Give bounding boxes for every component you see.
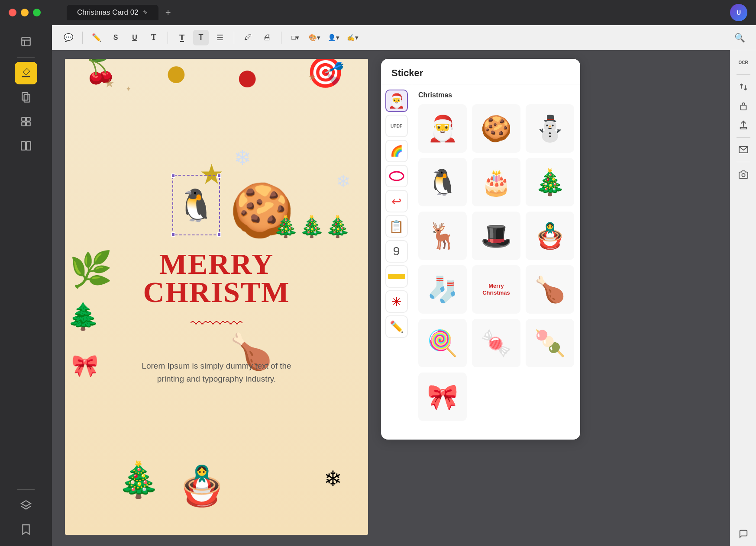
- sticker-cat-arrow[interactable]: ↩: [385, 190, 408, 212]
- shapes-button[interactable]: □▾: [288, 30, 303, 45]
- snowflake-1: ❄: [234, 145, 251, 170]
- user-button[interactable]: 👤▾: [326, 30, 341, 45]
- sticker-item-gingerbread[interactable]: 🍪: [472, 104, 520, 153]
- selected-sticker-image: 🐧: [173, 176, 219, 234]
- sticker-item-penguin[interactable]: 🐧: [418, 158, 467, 206]
- resize-handle-tr[interactable]: [217, 173, 221, 178]
- snapshot-button[interactable]: [735, 166, 752, 183]
- tab-title-text: Christmas Card 02: [77, 8, 139, 17]
- sticker-cat-oval[interactable]: [385, 165, 408, 187]
- ink-button[interactable]: 🖊: [240, 30, 256, 45]
- stamp-button[interactable]: 🖨: [259, 30, 275, 45]
- resize-handle-br[interactable]: [217, 232, 221, 237]
- svg-rect-5: [22, 117, 26, 121]
- color-button[interactable]: 🎨▾: [307, 30, 322, 45]
- convert-button[interactable]: [735, 78, 752, 96]
- pinecone-left: 🌲: [67, 301, 100, 332]
- text-box-button[interactable]: T̲: [174, 30, 190, 45]
- bow-left: 🎀: [71, 353, 98, 378]
- sticker-grid: 🎅 🍪 ⛄ 🐧 🎂 🎄 🦌 🎩 🪆 🧦 MerryChristmas 🍗: [418, 104, 574, 421]
- sticker-item-nutcracker[interactable]: 🪆: [526, 212, 574, 260]
- search-button[interactable]: 🔍: [732, 30, 747, 45]
- sticker-item-candy-red[interactable]: 🍭: [418, 319, 467, 367]
- sticker-section-title: Christmas: [418, 91, 574, 99]
- rs-divider-3: [737, 162, 750, 162]
- minimize-button[interactable]: [21, 9, 29, 16]
- user-avatar[interactable]: U: [730, 4, 747, 21]
- sidebar-item-template[interactable]: [15, 110, 37, 133]
- gold-ornament: ●: [165, 59, 188, 95]
- nutcracker-bottom: 🪆: [178, 463, 226, 509]
- plant-left: 🌿: [69, 249, 113, 290]
- sticker-item-turkey[interactable]: 🍗: [526, 265, 574, 314]
- sticker-cat-yellow[interactable]: [385, 265, 408, 288]
- sticker-item-snowman[interactable]: ⛄: [526, 104, 574, 153]
- sticker-item-stocking[interactable]: 🧦: [418, 265, 467, 314]
- share-button[interactable]: [735, 116, 752, 134]
- resize-handle-tl[interactable]: [171, 173, 175, 178]
- signature-button[interactable]: ✍▾: [345, 30, 360, 45]
- sidebar-item-pages[interactable]: [15, 86, 37, 109]
- pen-button[interactable]: ✏️: [89, 30, 104, 45]
- sidebar-item-highlight[interactable]: [15, 62, 37, 84]
- sticker-item-candy-blue[interactable]: 🍡: [526, 319, 574, 367]
- selected-sticker-overlay[interactable]: 🐧: [172, 175, 220, 235]
- divider-4: [281, 32, 281, 44]
- sticker-cat-pencil[interactable]: ✏️: [385, 315, 408, 338]
- lorem-text: Lorem Ipsum is simply dummy text of the …: [134, 360, 299, 386]
- red-ornament: ●: [236, 59, 259, 99]
- maximize-button[interactable]: [33, 9, 41, 16]
- sidebar-divider-1: [17, 57, 35, 58]
- sticker-categories: 🎅 UPDF 🌈 ↩ 📋 9 ✳: [381, 84, 412, 440]
- list-button[interactable]: ☰: [212, 30, 228, 45]
- sidebar-item-layers[interactable]: [15, 494, 37, 517]
- svg-rect-8: [26, 122, 30, 126]
- divider-2: [168, 32, 168, 44]
- sidebar-item-reader[interactable]: [15, 30, 37, 53]
- sticker-item-pudding[interactable]: 🎂: [472, 158, 520, 206]
- sticker-cat-number9[interactable]: 9: [385, 240, 408, 263]
- star-deco-2: ✦: [126, 85, 131, 93]
- svg-rect-0: [22, 37, 30, 46]
- new-tab-button[interactable]: +: [165, 7, 171, 18]
- chat-button[interactable]: [735, 525, 752, 543]
- left-sidebar: [0, 25, 52, 546]
- sticker-item-santa[interactable]: 🎅: [418, 104, 467, 153]
- top-ornaments: 🍒 ● ● 🎯: [65, 59, 368, 128]
- snowflake-3: ❄: [336, 171, 351, 191]
- sticker-cat-christmas[interactable]: 🎅: [385, 90, 408, 112]
- resize-handle-bl[interactable]: [171, 232, 175, 237]
- strikethrough-button[interactable]: S: [108, 30, 123, 45]
- text-button[interactable]: T: [146, 30, 162, 45]
- sidebar-item-bookmark[interactable]: [15, 518, 37, 541]
- sticker-item-santa-hat[interactable]: 🎩: [472, 212, 520, 260]
- divider-3: [234, 32, 234, 44]
- sticker-item-tree[interactable]: 🎄: [526, 158, 574, 206]
- mail-button[interactable]: [735, 141, 752, 158]
- rs-divider-2: [737, 137, 750, 138]
- sticker-item-candy-green[interactable]: 🎀: [418, 373, 467, 421]
- document-tab[interactable]: Christmas Card 02 ✎: [67, 5, 158, 20]
- sticker-item-reindeer[interactable]: 🦌: [418, 212, 467, 260]
- sticker-cat-updf[interactable]: UPDF: [385, 115, 408, 137]
- close-button[interactable]: [9, 9, 16, 16]
- christmas-text: CHRISTM: [143, 275, 290, 309]
- ocr-button[interactable]: OCR: [735, 54, 752, 71]
- svg-rect-9: [21, 141, 26, 150]
- traffic-lights: [9, 9, 41, 16]
- comment-button[interactable]: 💬: [61, 30, 76, 45]
- sticker-cat-paper[interactable]: 📋: [385, 215, 408, 238]
- edit-icon[interactable]: ✎: [143, 9, 148, 16]
- sticker-item-candy-gold[interactable]: 🍬: [472, 319, 520, 367]
- ribbon-deco: 〰〰〰: [191, 314, 242, 334]
- sidebar-item-compare[interactable]: [15, 135, 37, 157]
- svg-rect-7: [22, 122, 26, 126]
- underline-button[interactable]: U: [127, 30, 142, 45]
- text-style-button[interactable]: T: [193, 30, 209, 45]
- star-deco-1: ★: [104, 76, 115, 90]
- sticker-cat-burst[interactable]: ✳: [385, 290, 408, 313]
- sticker-item-merry-text[interactable]: MerryChristmas: [472, 265, 520, 314]
- titlebar: Christmas Card 02 ✎ + U: [0, 0, 756, 25]
- protect-button[interactable]: [735, 97, 752, 115]
- sticker-cat-emoji[interactable]: 🌈: [385, 140, 408, 162]
